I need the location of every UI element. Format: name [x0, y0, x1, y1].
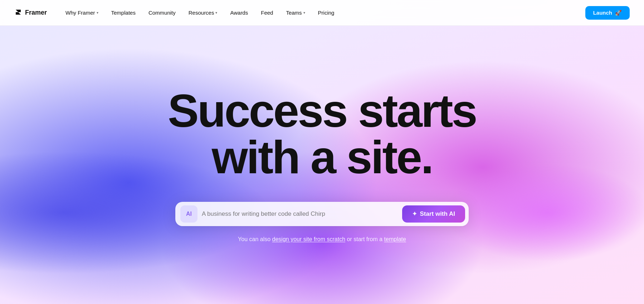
brand-logo[interactable]: Framer	[14, 9, 47, 17]
ai-search-input[interactable]	[202, 210, 398, 218]
start-with-ai-button[interactable]: ✦ Start with AI	[402, 205, 465, 223]
nav-item-resources[interactable]: Resources ▾	[183, 7, 223, 19]
nav-item-awards[interactable]: Awards	[224, 7, 254, 19]
hero-title: Success starts with a site.	[168, 88, 476, 180]
hero-section: Success starts with a site. AI ✦ Start w…	[0, 0, 644, 304]
chevron-down-icon: ▾	[215, 11, 217, 15]
brand-name: Framer	[25, 9, 47, 16]
nav-item-pricing[interactable]: Pricing	[312, 7, 340, 19]
ai-search-bar: AI ✦ Start with AI	[175, 202, 469, 226]
nav-item-community[interactable]: Community	[143, 7, 181, 19]
framer-logo-icon	[14, 9, 22, 17]
design-from-scratch-link[interactable]: design your site from scratch	[272, 236, 346, 242]
sparkle-icon: ✦	[412, 210, 417, 217]
chevron-down-icon: ▾	[303, 11, 305, 15]
launch-button[interactable]: Launch 🚀	[585, 6, 630, 20]
nav-item-teams[interactable]: Teams ▾	[280, 7, 311, 19]
nav-right: Launch 🚀	[585, 6, 630, 20]
template-link[interactable]: template	[384, 236, 406, 242]
nav-item-templates[interactable]: Templates	[106, 7, 141, 19]
chevron-down-icon: ▾	[97, 11, 98, 15]
ai-icon: AI	[186, 211, 192, 217]
nav-links: Why Framer ▾ Templates Community Resourc…	[60, 7, 585, 19]
ai-icon-wrapper: AI	[180, 205, 197, 223]
hero-subtext: You can also design your site from scrat…	[238, 236, 406, 243]
nav-item-feed[interactable]: Feed	[255, 7, 279, 19]
rocket-icon: 🚀	[615, 10, 622, 16]
navigation: Framer Why Framer ▾ Templates Community …	[0, 0, 644, 26]
nav-item-why-framer[interactable]: Why Framer ▾	[60, 7, 104, 19]
hero-content: Success starts with a site. AI ✦ Start w…	[0, 88, 644, 243]
